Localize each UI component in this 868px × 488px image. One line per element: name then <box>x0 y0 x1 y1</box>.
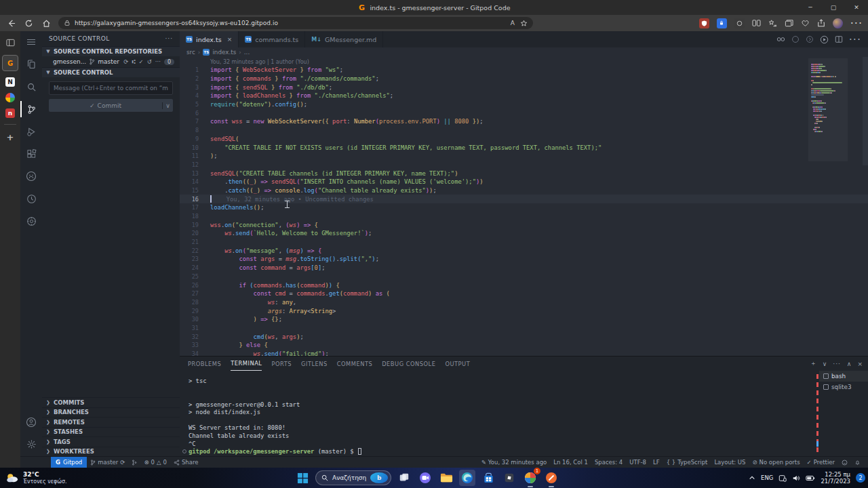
cursor-position[interactable]: Ln 16, Col 1 <box>550 457 591 468</box>
new-terminal-icon[interactable]: ＋ <box>810 359 816 368</box>
task-view-icon[interactable] <box>396 470 412 486</box>
taskbar-search[interactable]: Αναζήτηση b <box>315 470 391 485</box>
weather-widget[interactable]: 32°C Έντονες νεφώσ. <box>5 471 67 485</box>
home-icon[interactable] <box>41 18 52 28</box>
url-text[interactable]: https://galaxygamin-gmessengers-os64ksys… <box>75 20 507 26</box>
editor-tab-index.ts[interactable]: TSindex.ts× <box>180 31 239 47</box>
prev-change-icon[interactable] <box>791 35 800 43</box>
minimize-button[interactable]: ─ <box>799 0 822 15</box>
indentation[interactable]: Spaces: 4 <box>591 457 626 468</box>
panel-tab-gitlens[interactable]: GITLENS <box>301 357 328 371</box>
next-change-icon[interactable] <box>806 35 814 43</box>
remote-indicator[interactable]: G Gitpod <box>51 457 87 468</box>
code-line[interactable]: 14 .then((_) => sendSQL("INSERT INTO cha… <box>180 178 868 186</box>
menu-icon[interactable] <box>24 35 38 49</box>
panel-tab-output[interactable]: OUTPUT <box>445 357 470 371</box>
editor-more-actions-icon[interactable]: ··· <box>849 33 861 46</box>
panel-close-icon[interactable]: × <box>857 361 863 367</box>
editor-tab-commands.ts[interactable]: TScommands.ts <box>239 31 305 47</box>
clock[interactable]: 12:25 πμ 21/7/2023 <box>821 471 850 485</box>
terminal-instance-sqlite3[interactable]: sqlite3 <box>819 382 868 392</box>
battery-icon[interactable] <box>806 475 815 481</box>
sidebar-section-stashes[interactable]: ❯STASHES <box>42 427 180 437</box>
repositories-section-header[interactable]: ▼ SOURCE CONTROL REPOSITORIES <box>42 46 180 56</box>
favorites-icon[interactable] <box>768 19 777 27</box>
adblock-extension-icon[interactable] <box>699 18 709 28</box>
code-line[interactable]: 5require("dotenv").config(); <box>180 100 868 109</box>
commit-button[interactable]: ✓ Commit ∨ <box>49 99 173 112</box>
panel-maximize-icon[interactable]: ∧ <box>847 361 852 367</box>
panel-tab-comments[interactable]: COMMENTS <box>337 357 372 371</box>
source-control-icon[interactable] <box>24 102 38 116</box>
extension-icon[interactable] <box>734 18 745 28</box>
code-line[interactable]: 17loadChannels(); <box>180 203 868 212</box>
feedback-icon[interactable] <box>838 457 851 468</box>
repo-commit-check-icon[interactable]: ✓ <box>139 58 144 65</box>
sync-icon[interactable]: ⟳ <box>120 459 125 466</box>
code-line[interactable]: 13sendSQL("CREATE TABLE channels (id INT… <box>180 169 868 178</box>
code-line[interactable]: 7const wss = new WebSocketServer({ port:… <box>180 117 868 126</box>
close-button[interactable]: ✕ <box>845 0 868 15</box>
favorite-star-icon[interactable] <box>520 20 528 27</box>
gitlens-icon[interactable] <box>24 192 38 205</box>
code-area[interactable]: You, 32 minutes ago | 1 author (You) 1im… <box>180 57 868 356</box>
read-aloud-icon[interactable]: A <box>511 20 515 26</box>
language-indicator[interactable]: ENG <box>761 474 773 481</box>
prettier-indicator[interactable]: ✓Prettier <box>804 457 838 468</box>
panel-tab-terminal[interactable]: TERMINAL <box>231 357 262 371</box>
lock-icon[interactable] <box>64 20 71 26</box>
language-mode[interactable]: { } TypeScript <box>663 457 711 468</box>
refresh-icon[interactable] <box>23 18 34 28</box>
code-line[interactable]: 22 ws.on("message", (msg) => { <box>180 246 868 255</box>
code-line[interactable]: 31 <box>180 324 868 333</box>
terminal[interactable]: > tsc> gmessenger-server@0.0.1 start> no… <box>180 371 816 456</box>
code-line[interactable]: 23 const args = msg.toString().split(","… <box>180 255 868 264</box>
code-line[interactable]: 9sendSQL( <box>180 135 868 144</box>
notification-count-badge[interactable]: 2 <box>856 473 865 483</box>
sidebar-section-remotes[interactable]: ❯REMOTES <box>42 417 180 427</box>
code-line[interactable]: 3import { sendSQL } from "./db/db"; <box>180 83 868 92</box>
run-file-icon[interactable] <box>820 35 829 44</box>
keyboard-layout[interactable]: Layout: US <box>711 457 749 468</box>
commit-message-input[interactable] <box>49 81 173 95</box>
code-line[interactable]: 15 .catch((_) => console.log("Channel ta… <box>180 186 868 195</box>
open-changes-icon[interactable] <box>776 35 785 43</box>
file-explorer-icon[interactable] <box>438 470 454 486</box>
terminal-profile-dropdown-icon[interactable]: ∨ <box>823 361 827 367</box>
vertical-tabs-icon[interactable] <box>4 37 16 49</box>
repo-sync-icon[interactable]: ↺ <box>147 58 152 65</box>
extensions-icon[interactable] <box>24 147 38 161</box>
terminal-instance-bash[interactable]: bash <box>819 371 868 382</box>
tab-google-icon[interactable] <box>5 93 15 102</box>
panel-more-icon[interactable]: ··· <box>833 361 841 367</box>
roblox-icon[interactable] <box>501 470 517 486</box>
panel-tab-debug-console[interactable]: DEBUG CONSOLE <box>382 357 435 371</box>
speaker-icon[interactable] <box>792 474 800 482</box>
sidebar-section-tags[interactable]: ❯TAGS <box>42 436 180 447</box>
sidebar-section-branches[interactable]: ❯BRANCHES <box>42 407 180 418</box>
start-button[interactable] <box>294 470 311 486</box>
code-line[interactable]: 33 } else { <box>180 341 868 350</box>
explorer-icon[interactable] <box>24 58 38 71</box>
code-line[interactable]: 18 <box>180 212 868 221</box>
collections-icon[interactable] <box>785 19 793 27</box>
code-line[interactable]: 26 if (commands.has(command)) { <box>180 281 868 289</box>
password-manager-extension-icon[interactable] <box>717 18 727 28</box>
ports-indicator[interactable]: ⊘No open ports <box>749 457 803 468</box>
back-icon[interactable] <box>5 18 16 28</box>
accounts-icon[interactable] <box>24 415 38 429</box>
code-line[interactable]: 16 You, 32 minutes ago • Uncommitted cha… <box>180 195 868 203</box>
code-line[interactable]: 11); <box>180 152 868 161</box>
panel-tab-ports[interactable]: PORTS <box>271 357 292 371</box>
tab-notion-icon[interactable]: N <box>5 77 15 87</box>
browser-settings-icon[interactable]: ··· <box>850 17 863 30</box>
code-line[interactable]: 10 "CREATE TABLE IF NOT EXISTS users (id… <box>180 143 868 152</box>
repo-refresh-icon[interactable]: ⟳ <box>123 58 128 65</box>
tab-gitpod-icon[interactable]: G <box>2 55 18 71</box>
breadcrumb[interactable]: src › TS index.ts › ... <box>180 47 868 57</box>
browser-essentials-icon[interactable] <box>801 19 810 27</box>
browser-profile-avatar[interactable] <box>833 18 843 28</box>
new-tab-button[interactable]: + <box>4 131 16 143</box>
sidebar-section-worktrees[interactable]: ❯WORKTREES <box>42 447 180 457</box>
address-bar[interactable]: https://galaxygamin-gmessengers-os64ksys… <box>58 17 533 29</box>
